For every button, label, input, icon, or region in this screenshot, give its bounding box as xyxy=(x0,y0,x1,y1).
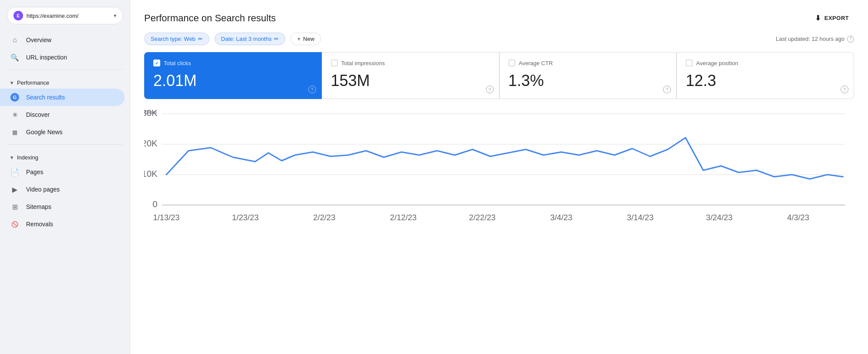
sidebar-item-removals[interactable]: 🚫 Removals xyxy=(0,215,125,233)
google-g-icon: G xyxy=(10,93,19,102)
chart-container: Clicks 30K 20K 10K 0 1/13/23 1/23/23 2/2… xyxy=(130,109,868,354)
date-filter[interactable]: Date: Last 3 months ✏ xyxy=(215,33,285,45)
svg-text:3/14/23: 3/14/23 xyxy=(627,213,653,222)
last-updated-text: Last updated: 12 hours ago xyxy=(776,36,845,42)
svg-text:0: 0 xyxy=(152,199,157,209)
sidebar-item-search-results[interactable]: G Search results xyxy=(0,89,125,106)
sidebar-item-video-pages[interactable]: ▶ Video pages xyxy=(0,181,125,198)
performance-section-header[interactable]: ▾ Performance xyxy=(0,73,130,89)
metric-value: 153M xyxy=(331,72,490,90)
pages-icon: 📄 xyxy=(10,168,19,176)
chevron-down-icon: ▾ xyxy=(10,79,13,86)
metric-checkbox[interactable] xyxy=(686,60,693,66)
metric-label: Total clicks xyxy=(164,60,191,66)
help-icon[interactable]: ? xyxy=(847,36,854,43)
nav-divider-2 xyxy=(7,144,123,145)
svg-text:1/13/23: 1/13/23 xyxy=(153,213,179,222)
metric-value: 1.3% xyxy=(508,72,668,90)
new-label: New xyxy=(303,36,314,42)
metric-value: 12.3 xyxy=(686,72,845,90)
help-icon[interactable]: ? xyxy=(308,86,316,93)
svg-text:20K: 20K xyxy=(144,139,158,148)
sidebar-item-label: URL inspection xyxy=(26,54,67,61)
help-icon[interactable]: ? xyxy=(841,86,848,93)
performance-section-label: Performance xyxy=(17,79,49,86)
metric-label: Total impressions xyxy=(341,60,385,66)
svg-text:2/22/23: 2/22/23 xyxy=(469,213,495,222)
svg-text:3/24/23: 3/24/23 xyxy=(706,213,733,222)
svg-text:1/23/23: 1/23/23 xyxy=(232,213,258,222)
sidebar: E https://examine.com/ ▾ ⌂ Overview 🔍 UR… xyxy=(0,0,130,354)
page-title: Performance on Search results xyxy=(144,13,276,24)
sidebar-item-discover[interactable]: ✳ Discover xyxy=(0,106,125,123)
search-icon: 🔍 xyxy=(10,53,19,62)
metric-checkbox[interactable] xyxy=(153,60,160,66)
sidebar-item-label: Pages xyxy=(26,169,43,175)
help-icon[interactable]: ? xyxy=(663,86,671,93)
sidebar-item-label: Discover xyxy=(26,111,50,118)
svg-text:2/2/23: 2/2/23 xyxy=(313,213,335,222)
sidebar-item-label: Removals xyxy=(26,221,53,228)
plus-icon: + xyxy=(297,36,300,42)
edit-icon: ✏ xyxy=(198,36,203,42)
metric-label-row: Average CTR xyxy=(508,60,668,66)
indexing-section-header[interactable]: ▾ Indexing xyxy=(0,148,130,163)
last-updated: Last updated: 12 hours ago ? xyxy=(776,36,854,43)
metric-checkbox[interactable] xyxy=(331,60,338,66)
metric-average-position[interactable]: Average position 12.3 ? xyxy=(677,52,854,99)
sidebar-item-google-news[interactable]: ▦ Google News xyxy=(0,123,125,141)
metric-label: Average position xyxy=(696,60,738,66)
metric-total-clicks[interactable]: Total clicks 2.01M ? xyxy=(144,52,322,99)
svg-text:2/12/23: 2/12/23 xyxy=(390,213,416,222)
site-favicon: E xyxy=(13,11,23,20)
metric-label-row: Total clicks xyxy=(153,60,313,66)
video-pages-icon: ▶ xyxy=(10,185,19,194)
chevron-down-icon: ▾ xyxy=(114,13,116,19)
export-button[interactable]: ⬇ EXPORT xyxy=(810,10,854,26)
discover-icon: ✳ xyxy=(10,110,19,119)
sidebar-item-label: Search results xyxy=(26,94,65,101)
sidebar-item-sitemaps[interactable]: ⊞ Sitemaps xyxy=(0,198,125,215)
metric-label: Average CTR xyxy=(519,60,553,66)
removals-icon: 🚫 xyxy=(10,220,19,228)
nav-divider xyxy=(7,69,123,70)
svg-text:30K: 30K xyxy=(144,109,158,118)
sidebar-item-url-inspection[interactable]: 🔍 URL inspection xyxy=(0,49,125,66)
metric-total-impressions[interactable]: Total impressions 153M ? xyxy=(322,52,499,99)
chart-area: 30K 20K 10K 0 1/13/23 1/23/23 2/2/23 2/1… xyxy=(144,109,854,231)
export-label: EXPORT xyxy=(825,15,849,21)
metric-label-row: Total impressions xyxy=(331,60,490,66)
sitemaps-icon: ⊞ xyxy=(10,202,19,211)
chevron-down-icon: ▾ xyxy=(10,154,13,161)
filter-bar: Search type: Web ✏ Date: Last 3 months ✏… xyxy=(130,33,868,52)
sidebar-item-pages[interactable]: 📄 Pages xyxy=(0,163,125,181)
chart-svg: 30K 20K 10K 0 1/13/23 1/23/23 2/2/23 2/1… xyxy=(144,109,854,231)
search-type-filter[interactable]: Search type: Web ✏ xyxy=(144,33,209,45)
search-type-label: Search type: Web xyxy=(151,36,195,42)
download-icon: ⬇ xyxy=(815,14,821,22)
metric-value: 2.01M xyxy=(153,72,313,90)
svg-text:10K: 10K xyxy=(144,169,158,179)
home-icon: ⌂ xyxy=(10,36,19,44)
url-selector[interactable]: E https://examine.com/ ▾ xyxy=(7,7,123,24)
main-content: Performance on Search results ⬇ EXPORT S… xyxy=(130,0,868,354)
sidebar-item-label: Google News xyxy=(26,129,63,136)
site-url: https://examine.com/ xyxy=(26,13,110,19)
edit-icon: ✏ xyxy=(274,36,279,42)
sidebar-nav: ⌂ Overview 🔍 URL inspection ▾ Performanc… xyxy=(0,31,130,347)
svg-text:4/3/23: 4/3/23 xyxy=(787,213,809,222)
metric-label-row: Average position xyxy=(686,60,845,66)
indexing-section-label: Indexing xyxy=(17,154,38,161)
svg-text:3/4/23: 3/4/23 xyxy=(550,213,572,222)
sidebar-item-label: Video pages xyxy=(26,186,60,193)
sidebar-item-label: Overview xyxy=(26,36,51,43)
metrics-row: Total clicks 2.01M ? Total impressions 1… xyxy=(130,52,868,99)
metric-checkbox[interactable] xyxy=(508,60,515,66)
main-header: Performance on Search results ⬇ EXPORT xyxy=(130,0,868,33)
google-news-icon: ▦ xyxy=(10,128,19,136)
date-label: Date: Last 3 months xyxy=(221,36,271,42)
metric-average-ctr[interactable]: Average CTR 1.3% ? xyxy=(499,52,677,99)
help-icon[interactable]: ? xyxy=(486,86,494,93)
new-filter-button[interactable]: + New xyxy=(290,33,321,45)
sidebar-item-overview[interactable]: ⌂ Overview xyxy=(0,31,125,49)
